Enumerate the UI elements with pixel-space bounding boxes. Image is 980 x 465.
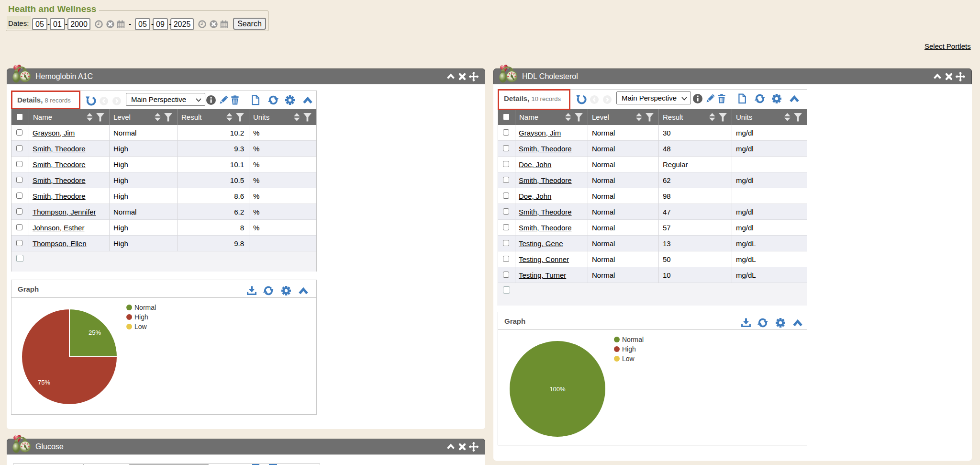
svg-text:75%: 75% bbox=[38, 379, 50, 386]
svg-text:25%: 25% bbox=[89, 329, 101, 336]
svg-text:100%: 100% bbox=[549, 386, 566, 393]
